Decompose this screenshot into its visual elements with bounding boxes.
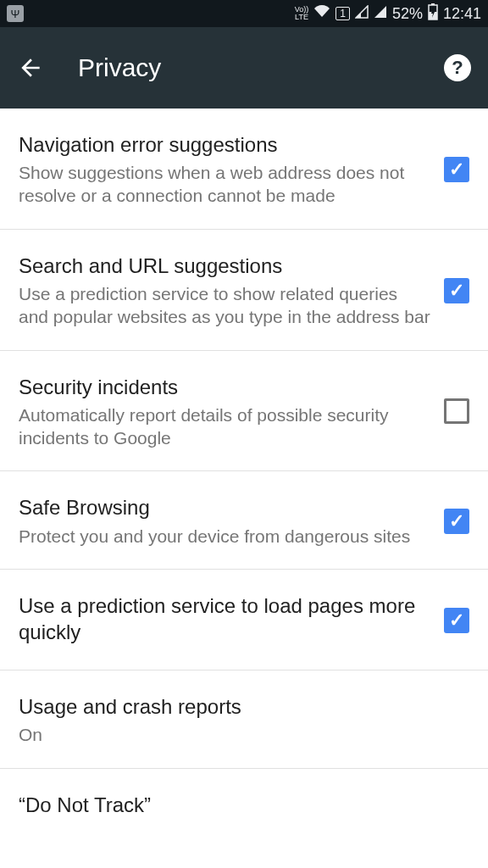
checkbox-checked-icon[interactable]: ✓ bbox=[444, 157, 469, 182]
status-bar: Ψ Vo)) LTE 1 52% 12:41 bbox=[0, 0, 488, 27]
setting-prediction-service[interactable]: Use a prediction service to load pages m… bbox=[0, 570, 488, 670]
setting-content: Use a prediction service to load pages m… bbox=[19, 593, 444, 648]
setting-desc: On bbox=[19, 723, 456, 746]
wifi-icon bbox=[313, 5, 330, 22]
usb-icon: Ψ bbox=[7, 5, 24, 22]
signal-icon-1 bbox=[355, 5, 369, 22]
setting-content: Navigation error suggestions Show sugges… bbox=[19, 131, 444, 208]
battery-percent: 52% bbox=[392, 5, 423, 23]
setting-title: “Do Not Track” bbox=[19, 792, 456, 818]
setting-content: Search and URL suggestions Use a predict… bbox=[19, 253, 444, 329]
setting-title: Use a prediction service to load pages m… bbox=[19, 593, 430, 645]
checkbox-checked-icon[interactable]: ✓ bbox=[444, 509, 469, 534]
setting-usage-crash[interactable]: Usage and crash reports On bbox=[0, 670, 488, 768]
checkbox-checked-icon[interactable]: ✓ bbox=[444, 278, 469, 303]
setting-nav-error[interactable]: Navigation error suggestions Show sugges… bbox=[0, 108, 488, 230]
setting-desc: Protect you and your device from dangero… bbox=[19, 525, 430, 548]
status-left: Ψ bbox=[7, 5, 24, 22]
svg-rect-1 bbox=[431, 3, 435, 5]
page-title: Privacy bbox=[78, 53, 410, 82]
settings-list: Navigation error suggestions Show sugges… bbox=[0, 108, 488, 843]
help-icon[interactable]: ? bbox=[444, 54, 471, 81]
setting-desc: Automatically report details of possible… bbox=[19, 403, 430, 450]
setting-desc: Use a prediction service to show related… bbox=[19, 282, 430, 329]
back-arrow-icon[interactable] bbox=[17, 54, 44, 81]
setting-search-url[interactable]: Search and URL suggestions Use a predict… bbox=[0, 230, 488, 351]
checkbox-unchecked-icon[interactable] bbox=[444, 398, 469, 424]
checkbox-checked-icon[interactable]: ✓ bbox=[444, 608, 469, 633]
setting-content: “Do Not Track” bbox=[19, 792, 469, 821]
setting-title: Usage and crash reports bbox=[19, 693, 456, 720]
setting-title: Safe Browsing bbox=[19, 494, 430, 520]
setting-title: Security incidents bbox=[19, 374, 430, 400]
app-header: Privacy ? bbox=[0, 27, 488, 108]
status-right: Vo)) LTE 1 52% 12:41 bbox=[295, 3, 481, 24]
setting-security-incidents[interactable]: Security incidents Automatically report … bbox=[0, 351, 488, 472]
setting-content: Safe Browsing Protect you and your devic… bbox=[19, 494, 444, 547]
volte-icon: Vo)) LTE bbox=[295, 6, 309, 21]
setting-safe-browsing[interactable]: Safe Browsing Protect you and your devic… bbox=[0, 471, 488, 569]
setting-content: Security incidents Automatically report … bbox=[19, 374, 444, 450]
battery-charging-icon bbox=[428, 3, 438, 24]
clock: 12:41 bbox=[443, 5, 481, 23]
sim-icon: 1 bbox=[336, 7, 350, 20]
setting-title: Navigation error suggestions bbox=[19, 131, 430, 158]
signal-icon-2 bbox=[374, 5, 387, 22]
setting-content: Usage and crash reports On bbox=[19, 693, 469, 746]
setting-desc: Show suggestions when a web address does… bbox=[19, 161, 430, 208]
setting-title: Search and URL suggestions bbox=[19, 253, 430, 279]
setting-do-not-track[interactable]: “Do Not Track” bbox=[0, 769, 488, 843]
